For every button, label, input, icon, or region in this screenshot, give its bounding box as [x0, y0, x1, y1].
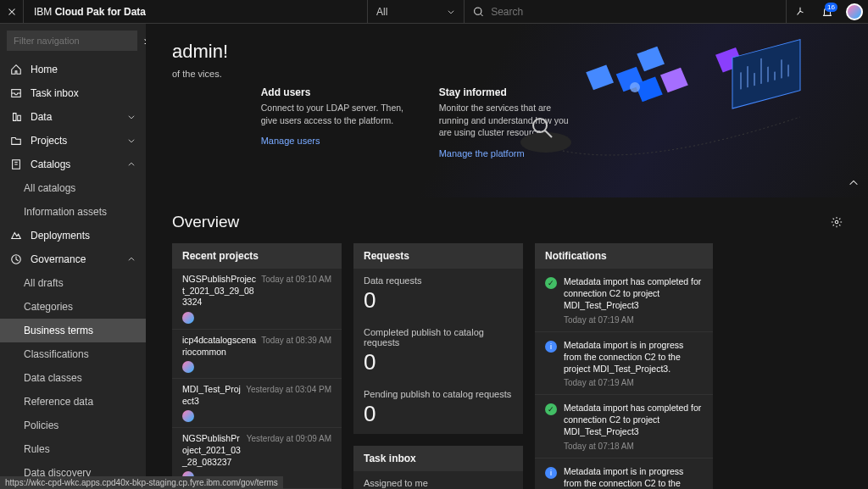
card-header: Requests [353, 243, 523, 269]
sidebar-item-label: Deployments [31, 230, 90, 242]
search-input[interactable] [491, 6, 777, 18]
notification-badge: 16 [825, 3, 837, 12]
project-item[interactable]: NGSPublishProject_2021_03_29_083324Today… [172, 269, 342, 330]
task-label: Assigned to me [364, 478, 513, 488]
sidebar-item-label: Home [31, 64, 58, 75]
notification-item[interactable]: ✓Metadata import has completed for conne… [535, 269, 713, 332]
overview-section: Overview Recent projects NGSPublishProje… [147, 197, 868, 489]
notification-item[interactable]: ✓Metadata import has completed for conne… [535, 395, 713, 458]
request-count: 0 [364, 287, 513, 314]
nav-close-button[interactable] [0, 0, 24, 24]
sidebar-item-label: Task inbox [31, 87, 79, 99]
user-menu[interactable] [841, 0, 868, 24]
notification-text: Metadata import has completed for connec… [564, 402, 703, 438]
chevron-down-icon [127, 113, 136, 121]
hero-card-desc: Monitor the services that are running an… [439, 102, 583, 139]
info-icon: i [545, 341, 557, 353]
sidebar: HomeTask inboxDataProjectsCatalogsAll ca… [0, 24, 147, 489]
sidebar-item-label: All drafts [24, 277, 64, 289]
sidebar-item-classifications[interactable]: Classifications [0, 342, 146, 366]
request-label: Data requests [364, 275, 513, 286]
project-name: MDI_Test_Project3 [182, 384, 241, 407]
hero-collapse-button[interactable] [848, 177, 860, 189]
notification-item[interactable]: iMetadata import is in progress from the… [535, 332, 713, 396]
avatar-icon [182, 312, 194, 324]
sidebar-item-rules[interactable]: Rules [0, 437, 146, 461]
project-name: icp4dcatalogscenariocommon [182, 335, 256, 358]
sidebar-item-label: Policies [24, 420, 58, 431]
request-item: Completed publish to catalog requests0 [353, 320, 523, 382]
sidebar-item-home[interactable]: Home [0, 58, 146, 81]
sidebar-item-data[interactable]: Data [0, 105, 146, 129]
hero-card-desc: Connect to your LDAP server. Then, give … [261, 102, 405, 126]
hero-card-title: Stay informed [439, 86, 583, 98]
sidebar-item-projects[interactable]: Projects [0, 129, 146, 153]
welcome-subtitle: of the vices. [172, 68, 222, 159]
card-header: Recent projects [172, 243, 342, 269]
notification-item[interactable]: iMetadata import is in progress from the… [535, 458, 713, 489]
chevron-down-icon [447, 8, 455, 16]
sidebar-item-all-drafts[interactable]: All drafts [0, 271, 146, 295]
sidebar-item-label: Data classes [24, 372, 82, 384]
success-icon: ✓ [545, 403, 557, 415]
sidebar-item-deployments[interactable]: Deployments [0, 224, 146, 247]
top-header: IBM Cloud Pak for Data All 16 [0, 0, 868, 24]
chevron-up-icon [127, 255, 136, 264]
sidebar-item-data-classes[interactable]: Data classes [0, 366, 146, 390]
sidebar-item-label: Classifications [24, 348, 89, 360]
sidebar-item-label: Governance [31, 253, 86, 265]
gear-icon [831, 216, 843, 228]
card-header: Task inbox [353, 446, 523, 471]
sidebar-item-label: Data [31, 111, 52, 123]
success-icon: ✓ [545, 277, 557, 289]
chevron-up-icon [127, 160, 136, 169]
notifications-button[interactable]: 16 [814, 0, 841, 24]
project-item[interactable]: MDI_Test_Project3Yesterday at 03:04 PM [172, 379, 342, 428]
project-time: Today at 09:10 AM [261, 274, 331, 285]
sidebar-item-label: Categories [24, 301, 73, 313]
inbox-icon [10, 87, 22, 99]
sidebar-item-all-catalogs[interactable]: All catalogs [0, 176, 146, 200]
project-time: Yesterday at 03:04 PM [246, 384, 331, 395]
global-search[interactable] [465, 0, 787, 24]
sidebar-item-catalogs[interactable]: Catalogs [0, 153, 146, 176]
connect-icon [794, 6, 806, 18]
hero-card-link[interactable]: Manage the platform [439, 148, 525, 158]
sidebar-item-categories[interactable]: Categories [0, 295, 146, 319]
sidebar-item-label: Projects [31, 135, 67, 147]
sidebar-item-task-inbox[interactable]: Task inbox [0, 81, 146, 105]
product-prefix: IBM [34, 6, 52, 18]
chevron-down-icon [127, 136, 136, 145]
notifications-card: Notifications ✓Metadata import has compl… [535, 243, 713, 489]
close-icon [6, 6, 18, 18]
product-title: IBM Cloud Pak for Data [24, 6, 156, 18]
sidebar-item-label: Rules [24, 443, 50, 455]
scope-dropdown[interactable]: All [367, 0, 465, 24]
info-icon: i [545, 467, 557, 479]
avatar-icon [182, 410, 194, 422]
scope-label: All [376, 6, 387, 18]
request-count: 0 [364, 401, 513, 427]
request-item: Data requests0 [353, 269, 523, 320]
nav-filter-input[interactable] [7, 31, 137, 51]
gov-icon [10, 253, 22, 265]
hero-card-link[interactable]: Manage users [261, 136, 320, 146]
help-button[interactable] [787, 0, 814, 24]
sidebar-item-information-assets[interactable]: Information assets [0, 200, 146, 224]
product-name: Cloud Pak for Data [55, 6, 146, 18]
project-item[interactable]: icp4dcatalogscenariocommonToday at 08:39… [172, 330, 342, 379]
notification-time: Today at 07:19 AM [564, 378, 703, 387]
requests-card: Requests Data requests0Completed publish… [353, 243, 523, 434]
welcome-title: admin! [172, 41, 843, 63]
request-label: Completed publish to catalog requests [364, 327, 513, 347]
sidebar-item-label: All catalogs [24, 182, 75, 194]
sidebar-item-policies[interactable]: Policies [0, 414, 146, 437]
overview-settings-button[interactable] [831, 216, 843, 228]
task-inbox-card: Task inbox Assigned to me 145 [353, 446, 523, 489]
sidebar-item-governance[interactable]: Governance [0, 247, 146, 271]
search-icon [473, 6, 484, 18]
status-bar: https://wkc-cpd-wkc.apps.cpd40x-bkp-stag… [0, 476, 283, 489]
sidebar-item-business-terms[interactable]: Business terms [0, 319, 146, 342]
avatar-icon [182, 361, 194, 373]
sidebar-item-reference-data[interactable]: Reference data [0, 390, 146, 414]
